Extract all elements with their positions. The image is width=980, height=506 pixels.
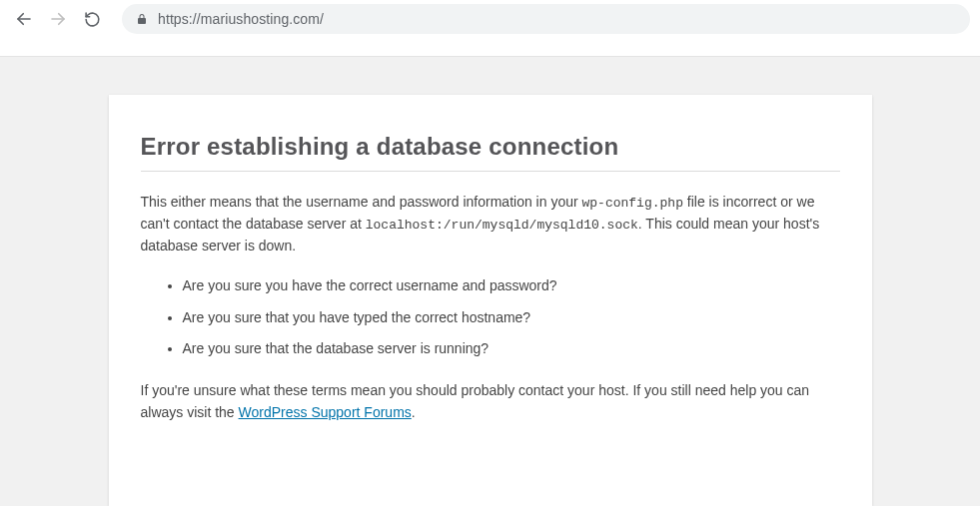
forward-button[interactable] xyxy=(44,5,72,33)
error-outro: If you're unsure what these terms mean y… xyxy=(141,380,840,423)
list-item: Are you sure that the database server is… xyxy=(183,338,840,360)
reload-icon xyxy=(84,11,101,28)
arrow-left-icon xyxy=(15,10,33,28)
intro-text-pre: This either means that the username and … xyxy=(141,194,582,210)
page-content: Error establishing a database connection… xyxy=(0,57,980,506)
error-card: Error establishing a database connection… xyxy=(109,95,872,506)
address-bar[interactable]: https://mariushosting.com/ xyxy=(122,4,970,34)
back-button[interactable] xyxy=(10,5,38,33)
browser-toolbar: https://mariushosting.com/ xyxy=(0,0,980,38)
reload-button[interactable] xyxy=(78,5,106,33)
db-host-code: localhost:/run/mysqld/mysqld10.sock xyxy=(366,218,638,233)
arrow-right-icon xyxy=(49,10,67,28)
error-checklist: Are you sure you have the correct userna… xyxy=(141,275,840,360)
url-text: https://mariushosting.com/ xyxy=(158,11,324,27)
list-item: Are you sure you have the correct userna… xyxy=(183,275,840,297)
outro-text-post: . xyxy=(412,404,416,420)
error-body: This either means that the username and … xyxy=(141,192,840,423)
lock-icon xyxy=(136,13,148,25)
error-title: Error establishing a database connection xyxy=(141,121,840,172)
error-intro: This either means that the username and … xyxy=(141,192,840,257)
support-forums-link[interactable]: WordPress Support Forums xyxy=(239,404,412,420)
config-file-code: wp-config.php xyxy=(582,196,683,211)
list-item: Are you sure that you have typed the cor… xyxy=(183,307,840,329)
